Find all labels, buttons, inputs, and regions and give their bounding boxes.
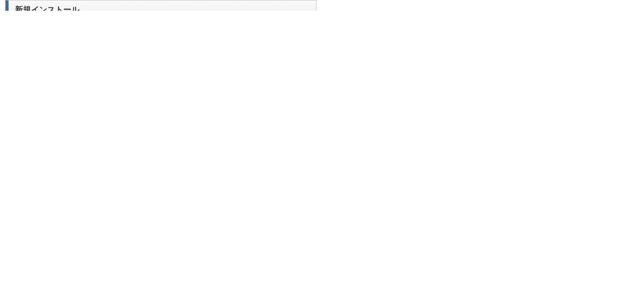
page-title: 新規インストール: [5, 0, 317, 11]
install-form-panel: 新規インストール WordPressの新規インストールが行えます。 WordPr…: [5, 0, 317, 11]
